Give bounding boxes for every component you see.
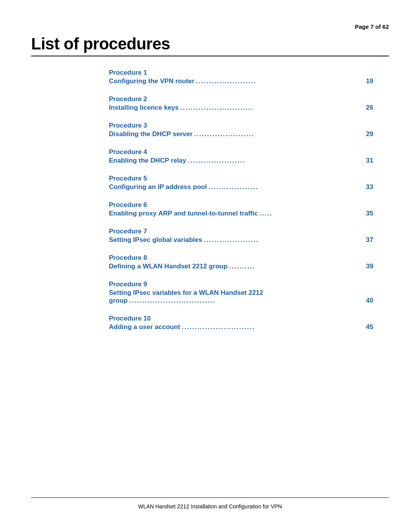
procedure-description: Disabling the DHCP server ..............…: [109, 130, 373, 138]
procedure-item: Procedure 8 Defining a WLAN Handset 2212…: [109, 254, 373, 270]
procedure-description: Setting IPsec global variables .........…: [109, 236, 373, 244]
procedure-item: Procedure 2 Installing licence keys ....…: [109, 95, 373, 112]
procedure-description: Enabling the DHCP relay ................…: [109, 157, 373, 165]
procedure-description: Configuring the VPN router .............…: [109, 77, 373, 85]
procedure-item: Procedure 7 Setting IPsec global variabl…: [109, 228, 373, 244]
procedure-heading: Procedure 9: [109, 280, 373, 288]
procedure-description: Enabling proxy ARP and tunnel-to-tunnel …: [109, 210, 373, 217]
procedures-list: Procedure 1 Configuring the VPN router .…: [31, 69, 389, 341]
procedure-description: Defining a WLAN Handset 2212 group .....…: [109, 263, 373, 270]
procedure-heading: Procedure 10: [109, 315, 373, 322]
page-number: Page 7 of 62: [31, 23, 389, 30]
procedure-item: Procedure 3 Disabling the DHCP server ..…: [109, 122, 373, 138]
procedure-description: Setting IPsec variables for a WLAN Hands…: [109, 289, 373, 305]
procedure-heading: Procedure 3: [109, 122, 373, 130]
procedure-heading: Procedure 7: [109, 228, 373, 235]
page-title: List of procedures: [31, 35, 389, 53]
procedure-item: Procedure 6 Enabling proxy ARP and tunne…: [109, 201, 373, 217]
procedure-heading: Procedure 5: [109, 175, 373, 182]
procedure-heading: Procedure 2: [109, 95, 373, 103]
footer-text: WLAN Handset 2212 Installation and Confi…: [31, 498, 389, 513]
procedure-item: Procedure 4 Enabling the DHCP relay ....…: [109, 148, 373, 165]
procedure-heading: Procedure 8: [109, 254, 373, 262]
procedure-heading: Procedure 4: [109, 148, 373, 156]
procedure-item: Procedure 9 Setting IPsec variables for …: [109, 280, 373, 305]
procedure-description: Configuring an IP address pool .........…: [109, 183, 373, 191]
procedure-item: Procedure 5 Configuring an IP address po…: [109, 175, 373, 191]
procedure-heading: Procedure 6: [109, 201, 373, 209]
procedure-item: Procedure 10 Adding a user account .....…: [109, 315, 373, 331]
procedure-description: Installing licence keys ................…: [109, 104, 373, 112]
procedure-heading: Procedure 1: [109, 69, 373, 77]
procedure-description: Adding a user account ..................…: [109, 323, 373, 331]
title-divider: [31, 56, 389, 56]
procedure-item: Procedure 1 Configuring the VPN router .…: [109, 69, 373, 85]
